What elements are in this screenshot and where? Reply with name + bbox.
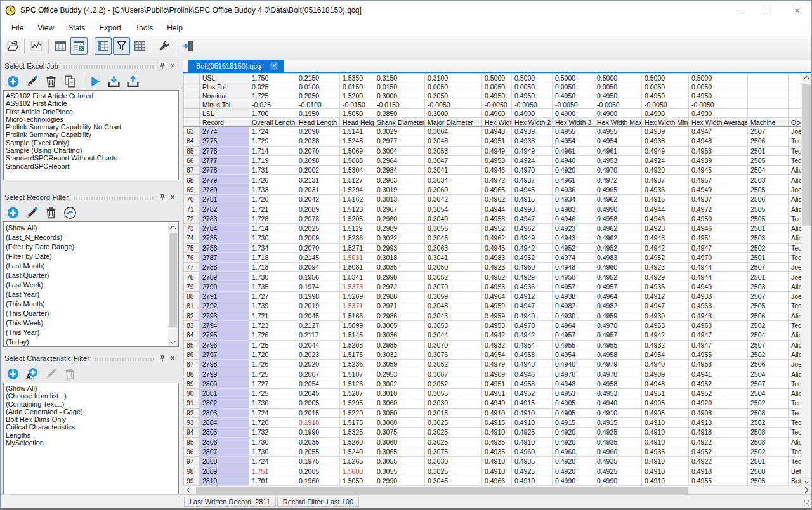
record-cell[interactable]: 2783: [200, 214, 249, 223]
value-cell[interactable]: 2504: [748, 389, 789, 398]
value-cell[interactable]: 0.4908: [689, 408, 748, 417]
value-cell[interactable]: 0.4940: [553, 360, 594, 369]
value-cell[interactable]: 0.3025: [425, 466, 482, 476]
value-cell[interactable]: 0.4923: [482, 263, 512, 272]
value-cell[interactable]: 0.4944: [482, 204, 512, 214]
value-cell[interactable]: 0.3059: [425, 292, 482, 301]
value-cell[interactable]: 0.4957: [594, 282, 642, 291]
spec-value-cell[interactable]: 1.5350: [340, 74, 374, 82]
value-cell[interactable]: 1.718: [249, 263, 296, 272]
value-cell[interactable]: 0.4952: [512, 389, 553, 398]
value-cell[interactable]: 1.5286: [340, 233, 374, 243]
value-cell[interactable]: 1.5119: [340, 223, 374, 233]
value-cell[interactable]: 1.5295: [340, 398, 374, 408]
value-cell[interactable]: 0.4932: [482, 340, 512, 350]
value-cell[interactable]: 0.4952: [689, 389, 748, 398]
value-cell[interactable]: 0.4952: [689, 379, 748, 388]
value-cell[interactable]: 0.4953: [553, 389, 594, 398]
value-cell[interactable]: 1.720: [249, 417, 296, 427]
value-cell[interactable]: 1.5260: [340, 437, 374, 447]
value-cell[interactable]: 0.2988: [374, 292, 425, 301]
excel-job-item[interactable]: StandardSPCReport: [6, 162, 178, 170]
value-cell[interactable]: 0.4947: [512, 301, 553, 311]
value-cell[interactable]: 0.4953: [594, 155, 642, 165]
value-cell[interactable]: 2502: [748, 417, 789, 427]
record-cell[interactable]: 2784: [200, 223, 249, 233]
value-cell[interactable]: 0.4962: [594, 223, 642, 233]
value-cell[interactable]: 0.3064: [425, 127, 482, 136]
value-cell[interactable]: 0.3075: [425, 447, 482, 456]
value-cell[interactable]: 0.4946: [512, 369, 553, 379]
record-cell[interactable]: 2801: [200, 389, 249, 398]
excel-job-item[interactable]: Sample (Excel Only): [6, 139, 178, 147]
add-icon[interactable]: [5, 74, 20, 89]
value-cell[interactable]: 0.4910: [642, 428, 689, 437]
value-cell[interactable]: 0.2042: [296, 195, 340, 204]
value-cell[interactable]: 0.3075: [374, 428, 425, 437]
record-cell[interactable]: 2777: [200, 155, 249, 165]
value-cell[interactable]: 0.4915: [512, 195, 553, 204]
value-cell[interactable]: 0.4935: [512, 457, 553, 466]
value-cell[interactable]: 0.3060: [374, 437, 425, 447]
value-cell[interactable]: 1.733: [249, 185, 296, 194]
value-cell[interactable]: 0.3032: [374, 350, 425, 359]
value-cell[interactable]: 0.2002: [296, 166, 340, 175]
trash-icon[interactable]: [43, 205, 58, 220]
value-cell[interactable]: 0.2127: [296, 320, 340, 330]
spec-value-cell[interactable]: 1.750: [249, 74, 296, 82]
value-cell[interactable]: 0.4953: [689, 360, 748, 369]
record-cell[interactable]: 2790: [200, 282, 249, 291]
value-cell[interactable]: 0.4935: [642, 447, 689, 456]
value-cell[interactable]: 0.4958: [594, 350, 642, 359]
minimize-button[interactable]: –: [726, 1, 754, 20]
value-cell[interactable]: 0.4934: [553, 195, 594, 204]
value-cell[interactable]: 2508: [748, 437, 789, 447]
value-cell[interactable]: 0.4947: [689, 127, 748, 136]
value-cell[interactable]: 0.4955: [594, 340, 642, 350]
value-cell[interactable]: 0.2078: [296, 214, 340, 223]
value-cell[interactable]: 0.4964: [482, 292, 512, 301]
value-cell[interactable]: 0.4963: [689, 301, 748, 311]
value-cell[interactable]: 1.5341: [340, 272, 374, 282]
value-cell[interactable]: 1.5166: [340, 311, 374, 320]
value-cell[interactable]: 0.4952: [512, 252, 553, 262]
value-cell[interactable]: 0.3030: [425, 457, 482, 466]
value-cell[interactable]: 0.3070: [425, 340, 482, 350]
value-cell[interactable]: 0.3044: [425, 330, 482, 340]
spec-value-cell[interactable]: 0.5000: [689, 74, 748, 82]
value-cell[interactable]: 0.4943: [642, 233, 689, 243]
record-cell[interactable]: 2791: [200, 292, 249, 301]
value-cell[interactable]: 0.4910: [642, 437, 689, 447]
value-cell[interactable]: 0.4947: [689, 330, 748, 340]
value-cell[interactable]: 1.5294: [340, 185, 374, 194]
value-cell[interactable]: 1.5088: [340, 155, 374, 165]
spec-value-cell[interactable]: 0.0050: [642, 82, 689, 91]
scrollbar-thumb[interactable]: [169, 233, 177, 327]
value-cell[interactable]: 0.4960: [512, 447, 553, 456]
value-cell[interactable]: 0.4983: [482, 252, 512, 262]
value-cell[interactable]: 0.4983: [594, 252, 642, 262]
record-cell[interactable]: 2805: [200, 428, 249, 437]
value-cell[interactable]: 0.2131: [296, 175, 340, 185]
dock-splitter[interactable]: [3, 347, 179, 352]
value-cell[interactable]: 0.4964: [553, 320, 594, 330]
value-cell[interactable]: 0.4972: [594, 175, 642, 185]
value-cell[interactable]: 1.5050: [340, 476, 374, 485]
value-cell[interactable]: 0.3025: [425, 437, 482, 447]
edit-icon[interactable]: [24, 74, 39, 89]
value-cell[interactable]: 2501: [748, 223, 789, 233]
value-cell[interactable]: 0.4915: [642, 195, 689, 204]
value-cell[interactable]: 0.2070: [296, 146, 340, 155]
value-cell[interactable]: 0.4948: [482, 127, 512, 136]
value-cell[interactable]: 2501: [748, 146, 789, 155]
value-cell[interactable]: 1.5600: [340, 466, 374, 476]
value-cell[interactable]: 1.5175: [340, 417, 374, 427]
pin-icon[interactable]: [157, 353, 167, 363]
value-cell[interactable]: 0.1990: [296, 428, 340, 437]
value-cell[interactable]: 0.4946: [482, 166, 512, 175]
value-cell[interactable]: 0.4953: [482, 155, 512, 165]
spec-value-cell[interactable]: 0.3000: [425, 109, 482, 118]
value-cell[interactable]: 0.4952: [594, 243, 642, 252]
spec-value-cell[interactable]: 0.3150: [374, 74, 425, 82]
value-cell[interactable]: 0.2031: [296, 185, 340, 194]
